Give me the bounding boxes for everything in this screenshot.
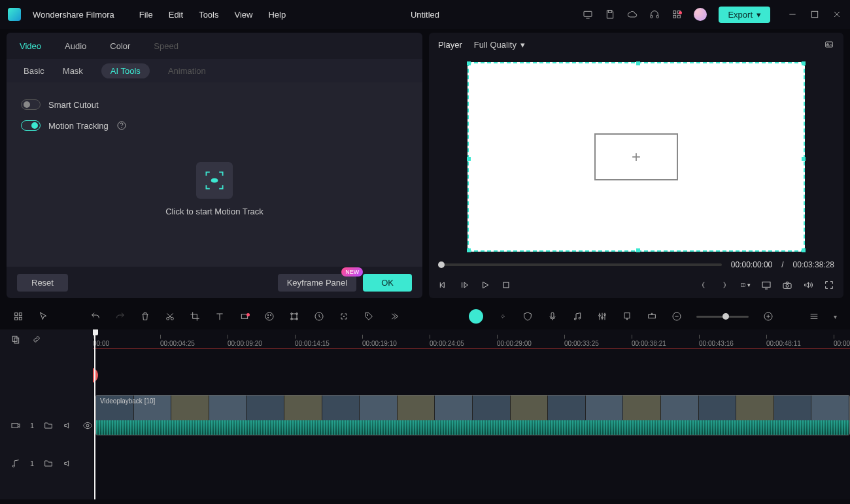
delete-icon[interactable] (140, 311, 150, 322)
redo-icon[interactable] (115, 311, 126, 322)
text-icon[interactable] (214, 311, 225, 322)
avatar[interactable] (694, 8, 707, 21)
svg-rect-29 (15, 317, 18, 320)
grid-icon[interactable] (13, 311, 24, 322)
tracking-box[interactable]: + (594, 133, 678, 180)
tab-ai-tools[interactable]: AI Tools (101, 63, 150, 78)
mark-in-icon[interactable] (698, 280, 709, 290)
prev-frame-icon[interactable] (438, 280, 449, 290)
volume-icon[interactable] (803, 280, 813, 290)
apps-icon[interactable] (672, 9, 682, 20)
ruler[interactable]: 00:0000:00:04:2500:00:09:2000:00:14:1500… (93, 329, 850, 349)
close-icon[interactable] (832, 9, 842, 20)
svg-rect-0 (584, 11, 592, 16)
fullscreen-icon[interactable] (824, 280, 834, 290)
eye-icon[interactable] (82, 420, 93, 431)
mixer-icon[interactable] (597, 311, 607, 322)
scrubber[interactable] (438, 263, 722, 266)
folder-icon[interactable] (43, 420, 54, 431)
headphones-icon[interactable] (649, 9, 660, 20)
inspector-panel: Video Audio Color Speed Basic Mask AI To… (7, 33, 422, 298)
play-icon[interactable] (480, 280, 490, 290)
crop-icon[interactable] (190, 311, 200, 322)
svg-rect-10 (811, 11, 817, 17)
svg-rect-47 (551, 312, 554, 318)
svg-rect-56 (624, 313, 630, 318)
video-clip[interactable]: Videoplayback [10] (95, 395, 850, 435)
zoom-in-icon[interactable] (763, 311, 774, 322)
mark-out-icon[interactable] (719, 280, 730, 290)
view-dropdown-icon[interactable]: ▾ (834, 313, 837, 320)
zoom-slider[interactable] (696, 316, 749, 318)
list-view-icon[interactable] (809, 311, 819, 322)
motion-track-start[interactable]: Click to start Motion Track (21, 162, 408, 216)
copy-track-icon[interactable] (10, 334, 21, 344)
cut-icon[interactable] (165, 311, 175, 322)
more-icon[interactable] (388, 311, 399, 322)
tab-basic[interactable]: Basic (24, 66, 44, 76)
playhead[interactable] (94, 329, 95, 499)
target-icon[interactable] (339, 311, 349, 322)
add-track-icon[interactable] (647, 311, 657, 322)
marker-icon[interactable] (622, 311, 632, 322)
cloud-icon[interactable] (627, 9, 638, 20)
mute-icon[interactable] (63, 458, 73, 469)
player-tab[interactable]: Player (438, 40, 462, 50)
link-icon[interactable] (31, 334, 42, 344)
tab-mask[interactable]: Mask (63, 66, 83, 76)
monitor-icon[interactable] (583, 9, 593, 20)
cursor-icon[interactable] (38, 311, 48, 322)
svg-rect-27 (15, 313, 18, 316)
ruler-tick: 00:00:38:21 (632, 335, 666, 347)
menu-file[interactable]: File (139, 10, 153, 20)
menu-help[interactable]: Help (268, 10, 286, 20)
timeline-tracks[interactable]: 00:0000:00:04:2500:00:09:2000:00:14:1500… (93, 329, 850, 499)
sparkle-icon[interactable] (498, 311, 508, 322)
quality-select[interactable]: Full Quality ▾ (474, 40, 525, 50)
menu-tools[interactable]: Tools (199, 10, 218, 20)
tab-audio[interactable]: Audio (65, 41, 86, 51)
smart-cutout-toggle[interactable] (21, 99, 41, 110)
mic-icon[interactable] (547, 311, 558, 322)
audio-row[interactable] (93, 442, 850, 462)
reset-button[interactable]: Reset (17, 274, 68, 292)
export-button[interactable]: Export ▾ (719, 7, 770, 23)
clip-label: Videoplayback [10] (100, 397, 155, 405)
tag-icon[interactable] (364, 311, 374, 322)
audio-track-num: 1 (30, 460, 34, 467)
music-icon[interactable] (572, 311, 583, 322)
ok-button[interactable]: OK (363, 274, 412, 292)
maximize-icon[interactable] (809, 9, 820, 20)
svg-rect-2 (609, 10, 612, 12)
tab-video[interactable]: Video (20, 41, 41, 51)
svg-point-44 (343, 316, 344, 316)
palette-icon[interactable] (264, 311, 275, 322)
stop-icon[interactable] (501, 280, 511, 290)
tab-color[interactable]: Color (110, 41, 130, 51)
video-track-num: 1 (30, 422, 34, 429)
layout-icon[interactable]: ▾ (740, 280, 751, 290)
transform-icon[interactable] (289, 311, 299, 322)
snapshot-panel-icon[interactable] (824, 39, 834, 50)
folder-icon[interactable] (43, 458, 54, 469)
undo-icon[interactable] (90, 311, 101, 322)
motion-tracking-toggle[interactable] (21, 120, 41, 131)
mute-icon[interactable] (63, 420, 73, 431)
menu-view[interactable]: View (234, 10, 252, 20)
display-icon[interactable] (761, 280, 772, 290)
rect-icon[interactable] (239, 311, 250, 322)
shield-icon[interactable] (522, 311, 533, 322)
menu-edit[interactable]: Edit (169, 10, 183, 20)
play-pause-icon[interactable] (459, 280, 469, 290)
keyframe-panel-button[interactable]: Keyframe Panel NEW (278, 274, 357, 292)
ruler-tick: 00:00:19:10 (362, 335, 397, 347)
zoom-out-icon[interactable] (672, 311, 682, 322)
speed-icon[interactable] (314, 311, 324, 322)
minimize-icon[interactable] (787, 9, 798, 20)
ai-face-icon[interactable] (469, 309, 483, 324)
camera-icon[interactable] (782, 280, 792, 290)
save-icon[interactable] (605, 9, 615, 20)
help-icon[interactable] (116, 120, 127, 131)
preview-canvas[interactable]: + (468, 62, 805, 252)
svg-rect-7 (673, 15, 676, 18)
